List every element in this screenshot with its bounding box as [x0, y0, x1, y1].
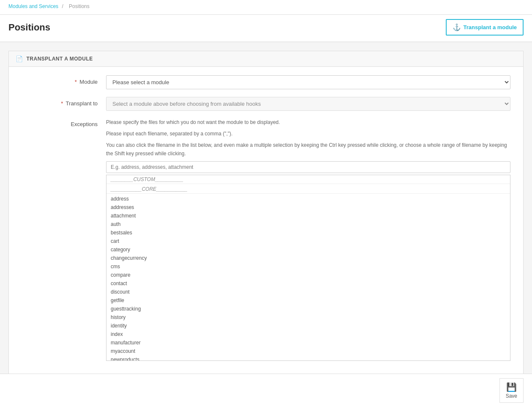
list-item[interactable]: cms: [106, 262, 510, 271]
list-item[interactable]: getfile: [106, 296, 510, 305]
list-item[interactable]: compare: [106, 271, 510, 279]
transplant-to-select-wrap: Select a module above before choosing fr…: [106, 97, 510, 111]
page-title: Positions: [8, 22, 50, 33]
list-item[interactable]: myaccount: [106, 347, 510, 355]
module-select[interactable]: Please select a module: [106, 75, 510, 89]
list-item[interactable]: index: [106, 330, 510, 338]
exceptions-desc1: Please specify the files for which you d…: [106, 118, 510, 126]
save-button[interactable]: 💾 Save: [499, 378, 524, 403]
transplant-to-select[interactable]: Select a module above before choosing fr…: [106, 97, 510, 111]
exceptions-label: Exceptions: [22, 118, 106, 127]
save-label: Save: [506, 393, 517, 399]
section-header-label: TRANSPLANT A MODULE: [27, 56, 93, 62]
list-item[interactable]: discount: [106, 288, 510, 296]
exceptions-content: Please specify the files for which you d…: [106, 118, 510, 361]
module-field-group: * Module Please select a module: [22, 75, 510, 89]
footer-bar: 💾 Save: [0, 374, 532, 407]
exceptions-field-group: Exceptions Please specify the files for …: [22, 118, 510, 361]
listbox-separator: ___________CORE___________: [106, 185, 510, 194]
list-item[interactable]: address: [106, 195, 510, 203]
exceptions-listbox[interactable]: ________CUSTOM_____________________CORE_…: [106, 175, 510, 361]
breadcrumb-current: Positions: [69, 3, 90, 9]
breadcrumb-parent-link[interactable]: Modules and Services: [8, 3, 58, 9]
transplant-module-button[interactable]: ⚓ Transplant a module: [446, 19, 524, 36]
list-item[interactable]: changecurrency: [106, 254, 510, 262]
module-label: * Module: [22, 75, 106, 85]
section-header: 📄 TRANSPLANT A MODULE: [9, 51, 523, 67]
list-item[interactable]: cart: [106, 237, 510, 245]
anchor-icon: ⚓: [453, 23, 461, 31]
section-header-icon: 📄: [16, 55, 23, 62]
save-icon: 💾: [506, 382, 517, 392]
module-select-wrap: Please select a module: [106, 75, 510, 89]
transplant-to-field-group: * Transplant to Select a module above be…: [22, 97, 510, 111]
exceptions-input[interactable]: [106, 161, 510, 173]
list-item[interactable]: manufacturer: [106, 338, 510, 347]
list-item[interactable]: newproducts: [106, 355, 510, 361]
breadcrumb-separator: /: [62, 3, 63, 9]
list-item[interactable]: history: [106, 313, 510, 322]
list-item[interactable]: bestsales: [106, 228, 510, 237]
list-item[interactable]: contact: [106, 279, 510, 288]
listbox-separator: ________CUSTOM__________: [106, 175, 510, 184]
list-item[interactable]: attachment: [106, 212, 510, 220]
module-required-star: *: [75, 79, 77, 85]
list-item[interactable]: category: [106, 245, 510, 254]
list-item[interactable]: guesttracking: [106, 305, 510, 313]
transplant-to-label: * Transplant to: [22, 97, 106, 107]
breadcrumb: Modules and Services / Positions: [8, 3, 524, 9]
exceptions-desc3: You can also click the filename in the l…: [106, 141, 510, 157]
list-item[interactable]: identity: [106, 322, 510, 330]
transplant-button-label: Transplant a module: [464, 24, 517, 30]
transplant-module-section: 📄 TRANSPLANT A MODULE * Module Please se…: [8, 51, 524, 377]
transplant-required-star: *: [61, 100, 63, 107]
list-item[interactable]: auth: [106, 220, 510, 228]
list-item[interactable]: addresses: [106, 203, 510, 212]
exceptions-desc2: Please input each filename, separated by…: [106, 130, 510, 138]
